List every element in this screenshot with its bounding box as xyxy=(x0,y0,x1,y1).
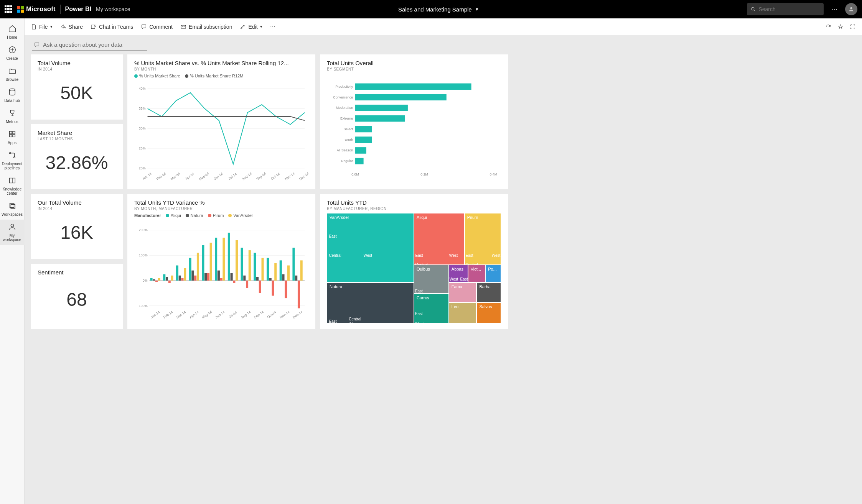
svg-text:20%: 20% xyxy=(139,166,146,170)
svg-rect-130 xyxy=(298,281,300,308)
svg-rect-118 xyxy=(267,258,269,281)
svg-rect-74 xyxy=(153,279,155,281)
fullscreen-icon[interactable] xyxy=(850,24,856,30)
comment-button[interactable]: Comment xyxy=(141,24,173,30)
svg-rect-123 xyxy=(280,260,282,281)
svg-text:Sep-14: Sep-14 xyxy=(253,310,264,320)
user-avatar[interactable] xyxy=(845,3,857,15)
report-toolbar: File▾ Share Chat in Teams Comment Email … xyxy=(25,18,862,35)
svg-rect-84 xyxy=(179,276,181,281)
svg-text:200%: 200% xyxy=(139,228,148,232)
refresh-icon[interactable] xyxy=(825,24,831,30)
svg-rect-51 xyxy=(355,115,405,122)
svg-text:40%: 40% xyxy=(139,87,146,90)
svg-text:Mar-14: Mar-14 xyxy=(170,172,181,181)
svg-text:Oct-14: Oct-14 xyxy=(270,172,281,181)
svg-rect-59 xyxy=(355,158,364,164)
report-title-dropdown[interactable]: Sales and Marketing Sample ▼ xyxy=(135,6,742,13)
svg-rect-17 xyxy=(10,204,14,208)
nav-workspaces[interactable]: Workspaces xyxy=(0,199,25,220)
svg-text:Dec-14: Dec-14 xyxy=(298,172,308,181)
svg-rect-76 xyxy=(158,278,160,281)
svg-rect-125 xyxy=(285,281,287,298)
nav-datahub[interactable]: Data hub xyxy=(0,85,25,106)
teams-button[interactable]: Chat in Teams xyxy=(91,24,133,30)
svg-rect-114 xyxy=(256,277,259,281)
svg-rect-119 xyxy=(269,278,272,281)
svg-text:30%: 30% xyxy=(139,126,146,130)
search-input[interactable] xyxy=(747,3,824,15)
more-button[interactable]: ⋯ xyxy=(270,24,275,30)
svg-text:Moderation: Moderation xyxy=(336,106,353,110)
svg-text:May-14: May-14 xyxy=(201,310,213,319)
svg-text:Jan-14: Jan-14 xyxy=(142,172,152,181)
svg-rect-131 xyxy=(300,260,303,281)
favorite-icon[interactable] xyxy=(837,24,844,30)
svg-rect-9 xyxy=(9,131,12,134)
svg-text:Aug-14: Aug-14 xyxy=(241,172,252,181)
svg-text:-100%: -100% xyxy=(138,304,148,308)
svg-text:35%: 35% xyxy=(139,107,146,110)
svg-text:Youth: Youth xyxy=(344,138,353,142)
svg-text:Nov-14: Nov-14 xyxy=(279,310,290,320)
tile-sentiment[interactable]: Sentiment 68 xyxy=(31,264,123,329)
nav-create[interactable]: Create xyxy=(0,43,25,64)
svg-text:Feb-14: Feb-14 xyxy=(156,172,167,181)
app-launcher-icon[interactable] xyxy=(5,5,12,13)
nav-apps[interactable]: Apps xyxy=(0,127,25,148)
svg-text:Jan-14: Jan-14 xyxy=(150,310,161,319)
tile-total-volume[interactable]: Total Volume IN 2014 50K xyxy=(31,54,123,120)
svg-text:Oct-14: Oct-14 xyxy=(266,310,277,319)
svg-rect-106 xyxy=(236,240,238,281)
tile-bar-segment[interactable]: Total Units Overall BY SEGMENT Productiv… xyxy=(320,54,508,189)
svg-rect-96 xyxy=(210,243,212,281)
svg-rect-90 xyxy=(194,276,196,281)
tile-our-volume[interactable]: Our Total Volume IN 2014 16K xyxy=(31,194,123,259)
svg-rect-86 xyxy=(184,268,186,281)
svg-rect-88 xyxy=(189,258,191,281)
svg-text:Dec-14: Dec-14 xyxy=(292,310,303,320)
svg-point-13 xyxy=(9,153,11,154)
svg-text:0.2M: 0.2M xyxy=(420,172,428,176)
search-icon xyxy=(751,7,755,12)
svg-rect-49 xyxy=(355,105,408,111)
svg-text:Nov-14: Nov-14 xyxy=(284,172,295,181)
email-button[interactable]: Email subscription xyxy=(180,24,232,30)
svg-rect-79 xyxy=(166,277,168,281)
qa-question-input[interactable]: Ask a question about your data xyxy=(32,39,147,51)
file-menu[interactable]: File▾ xyxy=(31,24,53,30)
tile-market-share[interactable]: Market Share LAST 12 MONTHS 32.86% xyxy=(31,124,123,189)
nav-knowledge[interactable]: Knowledge center xyxy=(0,173,25,199)
svg-rect-55 xyxy=(355,136,372,143)
svg-rect-12 xyxy=(12,135,15,137)
svg-text:Mar-14: Mar-14 xyxy=(176,310,187,319)
svg-text:May-14: May-14 xyxy=(198,171,210,181)
svg-rect-128 xyxy=(292,248,295,281)
more-options-icon[interactable]: ⋯ xyxy=(828,3,841,15)
global-header: Microsoft Power BI My workspace Sales an… xyxy=(0,0,862,18)
svg-text:25%: 25% xyxy=(139,146,146,150)
divider xyxy=(60,5,61,14)
svg-point-19 xyxy=(11,224,13,227)
chevron-down-icon: ▼ xyxy=(475,7,479,11)
svg-text:All Season: All Season xyxy=(337,148,353,152)
svg-rect-115 xyxy=(259,281,261,293)
edit-button[interactable]: Edit▾ xyxy=(240,24,262,30)
workspace-breadcrumb[interactable]: My workspace xyxy=(96,6,130,12)
nav-home[interactable]: Home xyxy=(0,21,25,43)
nav-metrics[interactable]: Metrics xyxy=(0,106,25,127)
dashboard-canvas: Total Volume IN 2014 50K Market Share LA… xyxy=(25,54,862,504)
svg-rect-83 xyxy=(176,266,178,281)
tile-bar-variance[interactable]: Total Units YTD Variance % BY MONTH, MAN… xyxy=(127,194,315,329)
nav-deployment[interactable]: Deployment pipelines xyxy=(0,148,25,173)
svg-rect-89 xyxy=(191,271,194,281)
tile-treemap[interactable]: Total Units YTD BY MANUFACTURER, REGION … xyxy=(320,194,508,329)
nav-browse[interactable]: Browse xyxy=(0,64,25,85)
share-button[interactable]: Share xyxy=(60,24,83,30)
tile-line-marketshare[interactable]: % Units Market Share vs. % Units Market … xyxy=(127,54,315,189)
svg-rect-10 xyxy=(12,131,15,134)
nav-myworkspace[interactable]: My workspace xyxy=(0,220,25,245)
svg-rect-104 xyxy=(231,273,233,281)
svg-rect-80 xyxy=(168,281,171,283)
svg-rect-129 xyxy=(295,276,297,281)
